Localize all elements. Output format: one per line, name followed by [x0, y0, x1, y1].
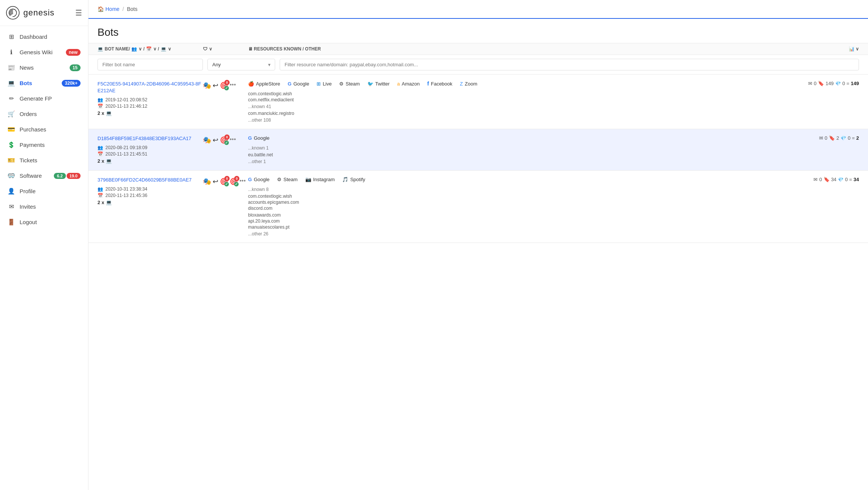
resources-grid-3: G Google ⚙ Steam 📷 Instagram 🎵 Spotify: [248, 177, 791, 182]
users-icon-3: 👥: [97, 186, 103, 192]
breadcrumb-separator: /: [122, 6, 124, 12]
calendar-icon-header: 📅: [146, 46, 152, 52]
resources-domains-1: com.contextlogic.wish com.netflix.mediac…: [248, 91, 791, 102]
bot-devices-1: 2 x 💻: [97, 110, 203, 116]
resource-google-1: G Google: [288, 81, 309, 87]
sidebar-item-label-tickets: Tickets: [20, 157, 81, 163]
calendar-icon-1: 📅: [97, 104, 103, 109]
resource-steam-1: ⚙ Steam: [339, 81, 360, 87]
other-count-label-2: ...other 1: [248, 159, 791, 164]
sidebar-item-news[interactable]: 📰 News 15: [0, 60, 88, 75]
sidebar-item-profile[interactable]: 👤 Profile: [0, 183, 88, 199]
sidebar-item-logout[interactable]: 🚪 Logout: [0, 214, 88, 230]
wiki-icon: ℹ: [8, 49, 15, 56]
home-icon: 🏠: [97, 6, 104, 12]
resource-google-3: G Google: [248, 177, 270, 182]
page-header: Bots: [88, 19, 868, 43]
target-icon-2: 🎯 0 ✓: [220, 136, 228, 144]
main-content: 🏠 Home / Bots Bots 💻 BOT NAME/ 👥 ∨ / 📅 ∨…: [88, 0, 868, 490]
generate-fp-icon: ✏: [8, 95, 15, 102]
tickets-icon: 🎫: [8, 157, 15, 164]
sidebar-item-generate-fp[interactable]: ✏ Generate FP: [0, 91, 88, 106]
device-icon-2: 💻: [106, 158, 112, 164]
other-domains-2: eu.battle.net: [248, 152, 791, 157]
table-header-row: 💻 BOT NAME/ 👥 ∨ / 📅 ∨ / 💻 ∨ 🛡 ∨ 🖥 RESOUR…: [88, 43, 868, 55]
sidebar-item-payments[interactable]: 💲 Payments: [0, 137, 88, 153]
sidebar-item-genesis-wiki[interactable]: ℹ Genesis Wiki new: [0, 44, 88, 60]
dashboard-icon: ⊞: [8, 33, 15, 40]
sidebar-item-label-purchases: Purchases: [20, 126, 81, 133]
sidebar-item-invites[interactable]: ✉ Invites: [0, 199, 88, 214]
col-header-bot-name: 💻 BOT NAME/ 👥 ∨ / 📅 ∨ / 💻 ∨: [97, 46, 203, 52]
breadcrumb: 🏠 Home / Bots: [88, 0, 868, 19]
col-header-count: 📊 ∨: [791, 46, 859, 52]
table-row: F5C20E55-9414907A-2DB46096-4C959543-8FE2…: [88, 75, 868, 129]
shield-icon-header: 🛡: [203, 46, 207, 52]
sidebar-item-label-payments: Payments: [20, 142, 81, 148]
bot-icons-col-3: 🎭 ↩ 🎯 0 ✓ 🎯 0 ✓ •••: [203, 177, 248, 237]
reply-icon-3: ↩: [213, 177, 218, 186]
target-icon-3b: 🎯 0 ✓: [230, 177, 238, 186]
more-icon-2[interactable]: •••: [230, 136, 236, 143]
more-icon-3[interactable]: •••: [239, 177, 246, 184]
app-name: genesis: [23, 8, 55, 18]
page-title: Bots: [97, 26, 859, 38]
sidebar-item-dashboard[interactable]: ⊞ Dashboard: [0, 29, 88, 44]
amazon-icon: a: [397, 81, 400, 87]
resource-spotify-3: 🎵 Spotify: [342, 177, 365, 182]
sidebar-item-orders[interactable]: 🛒 Orders: [0, 106, 88, 122]
news-badge: 15: [70, 64, 81, 71]
target-badge-red-3a: 0: [224, 176, 230, 181]
bot-link-3[interactable]: 3796BE0F66FD2C4D66029B5F88BE0AE7: [97, 177, 192, 183]
diamond-icon-count-2: 💎: [841, 136, 846, 141]
resources-grid-1: 🍎 AppleStore G Google ⊞ Live ⚙ Steam 🐦 T…: [248, 81, 791, 87]
target-badge-green-3a: ✓: [224, 182, 229, 186]
total-count-2: 2: [856, 135, 859, 141]
bot-resources-col-3: G Google ⚙ Steam 📷 Instagram 🎵 Spotify .…: [248, 177, 791, 237]
logo-icon: [6, 6, 20, 20]
bot-resources-col-1: 🍎 AppleStore G Google ⊞ Live ⚙ Steam 🐦 T…: [248, 81, 791, 123]
resource-steam-3: ⚙ Steam: [277, 177, 298, 182]
facebook-icon: f: [427, 81, 429, 87]
sidebar-item-label-software: Software: [20, 172, 49, 179]
target-badge-red-2: 0: [224, 134, 230, 140]
wiki-badge: new: [66, 49, 81, 56]
bot-link-2[interactable]: D1854F8BF59E1F43848E3DBF193ACA17: [97, 136, 191, 141]
invites-icon: ✉: [8, 203, 15, 210]
twitter-icon: 🐦: [367, 81, 373, 87]
resource-google-2: G Google: [248, 135, 270, 141]
sidebar-item-label-genesis-wiki: Genesis Wiki: [20, 49, 61, 55]
reply-icon-2: ↩: [213, 136, 218, 144]
resources-icon-header: 🖥: [248, 46, 253, 52]
sidebar-item-purchases[interactable]: 💳 Purchases: [0, 122, 88, 137]
bots-table: 💻 BOT NAME/ 👥 ∨ / 📅 ∨ / 💻 ∨ 🛡 ∨ 🖥 RESOUR…: [88, 43, 868, 490]
resource-twitter-1: 🐦 Twitter: [367, 81, 390, 87]
breadcrumb-home-link[interactable]: 🏠 Home: [97, 6, 119, 12]
bot-date1-1: 👥 2019-12-01 20:08:52: [97, 97, 203, 102]
filter-select-wrap: Any ▼: [207, 59, 275, 70]
resource-instagram-3: 📷 Instagram: [305, 177, 335, 182]
sidebar-item-bots[interactable]: 💻 Bots 320k+: [0, 75, 88, 91]
sidebar-item-tickets[interactable]: 🎫 Tickets: [0, 153, 88, 168]
news-icon: 📰: [8, 64, 15, 71]
email-icon-count-3: ✉: [813, 177, 818, 182]
sidebar-item-software[interactable]: 🥽 Software 6.2 19.0: [0, 168, 88, 183]
steam-icon: ⚙: [339, 81, 344, 87]
email-icon-count-2: ✉: [819, 135, 823, 141]
filter-type-select[interactable]: Any: [207, 59, 275, 70]
hamburger-icon[interactable]: ☰: [75, 8, 82, 17]
filter-resource-input[interactable]: [280, 59, 859, 70]
more-icon-1[interactable]: •••: [230, 81, 236, 88]
bot-count-col-1: ✉0 🔖149 💎0 = 149: [791, 81, 859, 123]
users-icon-2: 👥: [97, 145, 103, 150]
bot-link-1[interactable]: F5C20E55-9414907A-2DB46096-4C959543-8FE2…: [97, 81, 201, 93]
windows-icon: ⊞: [317, 81, 321, 87]
profile-icon: 👤: [8, 188, 15, 195]
sidebar-item-label-logout: Logout: [20, 219, 81, 225]
zoom-icon: Z: [460, 81, 463, 87]
app-logo: genesis ☰: [0, 0, 88, 26]
filter-bot-name-input[interactable]: [97, 59, 203, 70]
filter-row: Any ▼: [88, 55, 868, 75]
steam-icon-3: ⚙: [277, 177, 282, 182]
known-count-label-2: ...known 1: [248, 145, 791, 151]
